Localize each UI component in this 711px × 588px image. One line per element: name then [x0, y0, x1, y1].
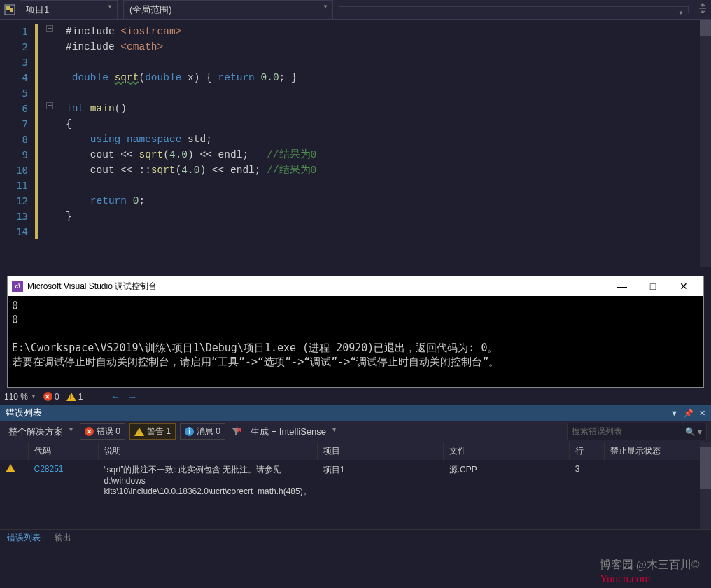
warning-icon [6, 464, 15, 472]
svg-rect-2 [10, 8, 13, 12]
vs-icon: c\ [12, 281, 23, 292]
close-panel-icon[interactable]: ✕ [699, 409, 705, 418]
nav-prev[interactable]: ← [111, 391, 120, 402]
messages-filter-button[interactable]: i消息 0 [180, 424, 225, 440]
project-icon [3, 3, 17, 17]
fold-toggle[interactable]: − [46, 102, 53, 109]
pin-icon[interactable]: 📌 [684, 409, 694, 418]
error-count[interactable]: ✕ 0 [43, 392, 59, 402]
member-dropdown[interactable] [339, 6, 689, 13]
warning-icon [66, 393, 76, 401]
top-toolbar: 项目1 (全局范围) [0, 0, 711, 20]
warnings-filter-button[interactable]: 警告 1 [129, 424, 176, 440]
source-filter-dropdown[interactable]: 生成 + IntelliSense [246, 423, 339, 441]
col-code[interactable]: 代码 [28, 442, 98, 460]
panel-title: 错误列表 [6, 407, 42, 419]
split-icon[interactable] [694, 4, 711, 15]
tab-output[interactable]: 输出 [48, 529, 78, 547]
nav-next[interactable]: → [127, 391, 137, 402]
code-editor[interactable]: 1234567891011121314 − − #include <iostre… [0, 20, 711, 267]
bottom-tab-bar: 错误列表 输出 [0, 529, 711, 546]
editor-scrollbar[interactable] [700, 20, 711, 267]
errorlist-body: 代码 说明 项目 文件 行 禁止显示状态 C28251 “sqrt”的批注不一致… [0, 442, 711, 529]
console-title: Microsoft Visual Studio 调试控制台 [27, 281, 157, 293]
dropdown-icon[interactable]: ▼ [670, 409, 678, 418]
code-content[interactable]: #include <iostream>#include <cmath> doub… [66, 20, 711, 267]
change-indicator [35, 24, 38, 239]
errors-filter-button[interactable]: ✕错误 0 [80, 424, 125, 440]
tab-errorlist[interactable]: 错误列表 [0, 529, 48, 547]
errorlist-toolbar: 整个解决方案 ✕错误 0 警告 1 i消息 0 生成 + IntelliSens… [0, 421, 711, 442]
errorlist-scrollbar[interactable] [700, 442, 711, 529]
info-icon: i [185, 427, 194, 436]
svg-rect-1 [6, 6, 10, 10]
col-desc[interactable]: 说明 [98, 442, 317, 460]
error-icon: ✕ [43, 392, 52, 401]
console-titlebar[interactable]: c\ Microsoft Visual Studio 调试控制台 — □ ✕ [8, 276, 703, 296]
project-dropdown[interactable]: 项目1 [20, 0, 118, 20]
fold-toggle[interactable]: − [46, 25, 53, 32]
col-suppress[interactable]: 禁止显示状态 [604, 442, 710, 460]
col-icon[interactable] [0, 442, 28, 460]
close-button[interactable]: ✕ [668, 277, 699, 295]
errorlist-panel-header[interactable]: 错误列表 ▼ 📌 ✕ [0, 405, 711, 421]
col-project[interactable]: 项目 [317, 442, 443, 460]
watermark: 博客园 @木三百川© Yuucn.com [600, 558, 700, 585]
table-row[interactable]: C28251 “sqrt”的批注不一致: 此实例包含 无批注。请参见 d:\wi… [0, 460, 711, 502]
error-icon: ✕ [85, 427, 94, 436]
fold-gutter: − − [35, 20, 66, 267]
col-file[interactable]: 文件 [443, 442, 569, 460]
errorlist-search-input[interactable]: 搜索错误列表🔍 ▾ [567, 423, 707, 440]
line-number-gutter: 1234567891011121314 [0, 20, 35, 267]
zoom-dropdown[interactable]: 110 % ▼ [4, 392, 36, 402]
error-code-link[interactable]: C28251 [34, 464, 64, 474]
minimize-button[interactable]: — [607, 277, 638, 295]
editor-status-bar: 110 % ▼ ✕ 0 1 ← → [0, 388, 711, 405]
col-line[interactable]: 行 [569, 442, 604, 460]
console-output[interactable]: 0 0 E:\Cworkspace\VS2019\训练\项目1\Debug\项目… [8, 296, 703, 387]
scope-filter-dropdown[interactable]: 整个解决方案 [4, 423, 76, 441]
search-icon: 🔍 ▾ [685, 427, 702, 437]
warning-icon [134, 428, 144, 436]
scope-dropdown[interactable]: (全局范围) [123, 0, 333, 20]
errorlist-table[interactable]: 代码 说明 项目 文件 行 禁止显示状态 C28251 “sqrt”的批注不一致… [0, 442, 711, 502]
warning-count[interactable]: 1 [66, 392, 83, 402]
maximize-button[interactable]: □ [638, 277, 668, 295]
clear-filter-icon[interactable] [230, 426, 242, 438]
debug-console-window: c\ Microsoft Visual Studio 调试控制台 — □ ✕ 0… [7, 276, 704, 388]
